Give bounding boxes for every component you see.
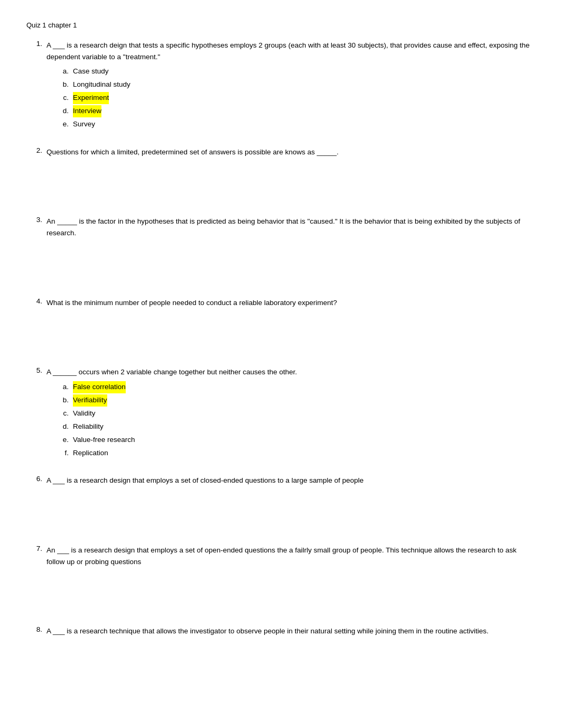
answer-item: e.Survey — [58, 118, 535, 131]
answer-text: Replication — [73, 447, 108, 459]
answer-text: False correlation — [73, 381, 126, 393]
answer-letter: b. — [58, 79, 69, 91]
answer-letter: e. — [58, 434, 69, 446]
question-text: What is the minimum number of people nee… — [46, 297, 535, 309]
answer-text: Experiment — [73, 92, 109, 104]
question-number-label: 5. — [26, 366, 42, 374]
answer-item: b.Longitudinal study — [58, 79, 535, 91]
answer-item: e.Value-free research — [58, 434, 535, 446]
answer-text: Survey — [73, 118, 95, 131]
answer-text: Interview — [73, 105, 101, 117]
question-number-label: 7. — [26, 545, 42, 552]
answer-text: Validity — [73, 408, 96, 420]
question-text: An ___ is a research design that employs… — [46, 545, 535, 567]
question-item: 6.A ___ is a research design that employ… — [26, 475, 535, 529]
question-item: 7.An ___ is a research design that emplo… — [26, 545, 535, 610]
question-text: An _____ is the factor in the hypotheses… — [46, 216, 535, 238]
question-number-label: 3. — [26, 216, 42, 224]
answer-letter: d. — [58, 421, 69, 433]
page-title: Quiz 1 chapter 1 — [26, 21, 535, 29]
answer-text: Verifiability — [73, 394, 107, 407]
answer-list: a.False correlationb.Verifiabilityc.Vali… — [26, 381, 535, 459]
answer-letter: f. — [58, 447, 69, 459]
answer-item: c.Validity — [58, 408, 535, 420]
answer-text: Value-free research — [73, 434, 135, 446]
question-text: Questions for which a limited, predeterm… — [46, 146, 535, 158]
answer-letter: c. — [58, 92, 69, 104]
answer-text: Longitudinal study — [73, 79, 130, 91]
answer-letter: b. — [58, 394, 69, 407]
question-item: 2.Questions for which a limited, predete… — [26, 146, 535, 200]
question-text: A ___ is a research deign that tests a s… — [46, 40, 535, 62]
question-item: 1.A ___ is a research deign that tests a… — [26, 40, 535, 131]
answer-item: b.Verifiability — [58, 394, 535, 407]
answer-item: d.Interview — [58, 105, 535, 117]
answer-item: f.Replication — [58, 447, 535, 459]
answer-item: a.False correlation — [58, 381, 535, 393]
answer-text: Reliability — [73, 421, 104, 433]
question-item: 8.A ___ is a research technique that all… — [26, 625, 535, 637]
answer-item: c.Experiment — [58, 92, 535, 104]
question-text: A ___ is a research design that employs … — [46, 475, 535, 486]
answer-list: a.Case studyb.Longitudinal studyc.Experi… — [26, 66, 535, 131]
question-number-label: 8. — [26, 625, 42, 633]
question-number-label: 4. — [26, 297, 42, 305]
answer-letter: a. — [58, 66, 69, 78]
question-text: A ______ occurs when 2 variable change t… — [46, 366, 535, 378]
question-item: 5.A ______ occurs when 2 variable change… — [26, 366, 535, 459]
question-item: 4.What is the minimum number of people n… — [26, 297, 535, 351]
question-text: A ___ is a research technique that allow… — [46, 625, 535, 637]
answer-item: a.Case study — [58, 66, 535, 78]
answer-letter: d. — [58, 105, 69, 117]
questions-list: 1.A ___ is a research deign that tests a… — [26, 40, 535, 637]
question-item: 3.An _____ is the factor in the hypothes… — [26, 216, 535, 281]
answer-text: Case study — [73, 66, 109, 78]
question-number-label: 6. — [26, 475, 42, 483]
answer-letter: a. — [58, 381, 69, 393]
answer-item: d.Reliability — [58, 421, 535, 433]
answer-letter: c. — [58, 408, 69, 420]
question-number-label: 2. — [26, 146, 42, 154]
question-number-label: 1. — [26, 40, 42, 48]
answer-letter: e. — [58, 118, 69, 131]
